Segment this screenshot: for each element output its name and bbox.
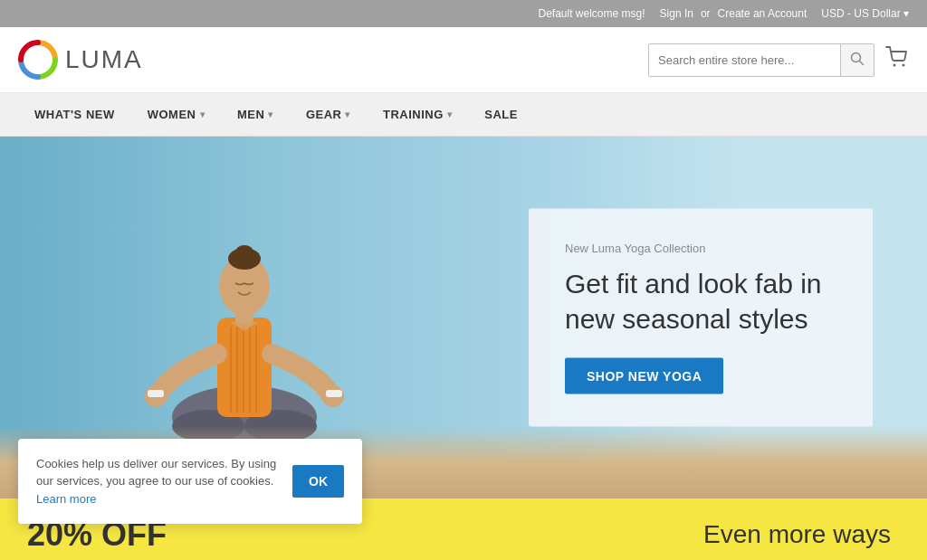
chevron-down-icon: ▾ [345,109,350,119]
currency-selector[interactable]: USD - US Dollar ▾ [821,7,909,20]
hero-title: Get fit and look fab in new seasonal sty… [565,266,836,337]
search-bar [648,43,874,77]
svg-rect-9 [217,318,272,417]
logo-icon [18,40,58,80]
svg-point-21 [235,245,253,260]
svg-rect-23 [326,390,342,397]
nav-item-women[interactable]: Women ▾ [131,93,221,136]
search-icon [850,55,865,69]
nav-item-gear[interactable]: Gear ▾ [290,93,367,136]
svg-point-4 [903,64,905,67]
cookie-ok-button[interactable]: OK [292,465,344,498]
or-text: or [701,7,711,20]
nav-item-men[interactable]: Men ▾ [221,93,290,136]
signin-link[interactable]: Sign In [660,7,693,20]
chevron-down-icon: ▾ [200,109,205,119]
logo-link[interactable]: LUMA [18,40,143,80]
header-right [648,43,909,77]
shop-new-yoga-button[interactable]: Shop New Yoga [565,358,723,394]
header: LUMA [0,27,927,93]
search-input[interactable] [649,46,840,74]
logo-text: LUMA [65,45,143,74]
search-button[interactable] [840,44,874,76]
svg-line-2 [860,61,864,64]
welcome-message: Default welcome msg! [538,7,645,20]
cart-button[interactable] [885,46,909,73]
main-nav: What's New Women ▾ Men ▾ Gear ▾ Training… [0,93,927,137]
nav-item-sale[interactable]: Sale [468,93,534,136]
cookie-bar: Cookies help us deliver our services. By… [18,439,362,525]
svg-rect-22 [148,390,164,397]
chevron-down-icon: ▾ [903,7,909,20]
hero-content-box: New Luma Yoga Collection Get fit and loo… [529,209,873,427]
create-account-link[interactable]: Create an Account [718,7,808,20]
hero-subtitle: New Luma Yoga Collection [565,242,836,255]
nav-item-training[interactable]: Training ▾ [367,93,468,136]
strip-right: Even more ways [290,498,927,560]
svg-point-3 [894,64,896,67]
chevron-down-icon: ▾ [447,109,453,119]
nav-item-whats-new[interactable]: What's New [18,93,131,136]
chevron-down-icon: ▾ [268,109,273,119]
cookie-learn-more-link[interactable]: Learn more [36,492,96,506]
cookie-message: Cookies help us deliver our services. By… [36,455,278,508]
more-ways-text: Even more ways [703,520,891,549]
top-bar: Default welcome msg! Sign In or Create a… [0,0,927,27]
